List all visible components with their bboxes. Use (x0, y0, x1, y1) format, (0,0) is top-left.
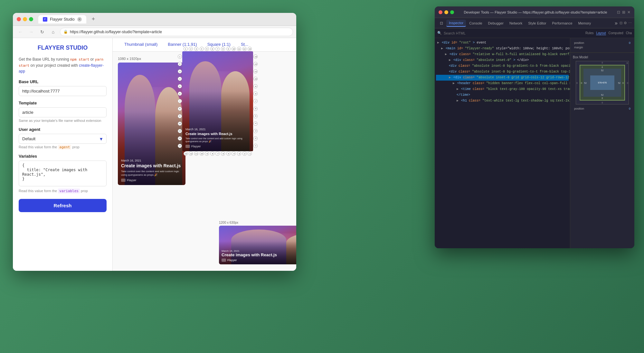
create-app-link[interactable]: create-flayyer-app (19, 63, 104, 74)
pos-value-below: position 0 (573, 106, 632, 111)
grid-rnum-5: -9 (253, 84, 258, 88)
html-class-attr-4: class= (463, 58, 475, 62)
secondary-tab-layout[interactable]: Layout (596, 31, 606, 35)
variables-textarea[interactable]: { title: "Create images with React.js", … (19, 161, 107, 186)
grid-rnum-2: -12 (253, 62, 258, 66)
devtools-tab-inspector[interactable]: Inspector (446, 20, 466, 27)
minimize-button[interactable] (23, 17, 27, 21)
grid-rnum-8: -6 (253, 107, 258, 111)
variables-prop-hint: variables (58, 189, 80, 193)
devtools-tab-memory[interactable]: Memory (576, 20, 594, 26)
devtools-tab-debugger[interactable]: Debugger (486, 20, 506, 26)
expand-icon-11: ▶ (457, 99, 459, 103)
tall-title: Create images with React.js (121, 163, 182, 169)
html-line-2[interactable]: ▶ <main id= "flayyer-ready" style="width… (436, 46, 569, 52)
home-button[interactable]: ⌂ (49, 28, 57, 36)
box-model-title: Box Model (573, 55, 632, 59)
html-line-5[interactable]: <div class= "absolute inset-0 bg-gradien… (436, 63, 569, 69)
html-line-7[interactable]: ▶ <div class= "absolute inset-0 grid gri… (436, 75, 569, 81)
grid-lnum-5: 5 (178, 84, 182, 88)
secondary-tab-rules[interactable]: Rules (585, 31, 594, 35)
devtools-tab-performance[interactable]: Performance (550, 20, 575, 26)
html-line-3[interactable]: ▶ <div class= "relative w-full h-full an… (436, 52, 569, 57)
grid-bnum-1: -13 (184, 152, 188, 156)
expand-icon-9: ▶ (457, 87, 459, 91)
grid-rnum-1: -13 (253, 54, 258, 59)
grid-num-9: 9 (226, 47, 231, 51)
grid-num-12: 12 (242, 47, 247, 51)
html-class-attr-5: class= (459, 64, 470, 68)
html-div-tag-6: <div (449, 70, 459, 74)
html-line-8[interactable]: ▶ <header class= "hidden banner:flex fle… (436, 81, 569, 86)
tab-close-icon[interactable]: ✕ (77, 17, 82, 22)
tab-favicon: F (43, 17, 47, 22)
html-line-4[interactable]: ▶ <div class= "absolute inset-0" > </div… (436, 57, 569, 63)
html-id-val: "flayyer-ready" (465, 47, 494, 50)
padding-52-t: 52 (601, 69, 604, 72)
devtools-icon-2[interactable]: ⊞ (622, 10, 625, 15)
forward-button[interactable]: → (27, 28, 35, 36)
devtools-minimize-button[interactable] (444, 10, 448, 14)
devtools-inspect-icon[interactable]: ⊡ (437, 20, 446, 27)
maximize-button[interactable] (29, 17, 33, 21)
grid-lnum-1: 1 (178, 54, 182, 59)
html-line-6[interactable]: <div class= "absolute inset-0 bg-gradien… (436, 69, 569, 75)
user-agent-select[interactable]: Default (19, 134, 107, 144)
pos-label-below: position (574, 107, 584, 110)
grid-num-13: 13 (248, 47, 252, 51)
grid-rnum-6: -8 (253, 92, 258, 96)
devtools-maximize-button[interactable] (450, 10, 454, 14)
refresh-button[interactable]: ↻ (38, 28, 46, 36)
html-class-val-6: "absolute inset-0 bg-gradient-to-t from-… (472, 70, 570, 74)
grid-frame: 1 2 3 4 5 6 7 8 9 10 11 12 13 (182, 51, 253, 151)
base-url-input[interactable] (19, 86, 107, 96)
address-bar[interactable]: 🔒 https://flayyer.github.io/flayyer-stud… (60, 28, 293, 36)
html-line-10[interactable]: </time> (436, 92, 569, 98)
devtools-tab-console[interactable]: Console (467, 20, 485, 26)
devtools-icon-3[interactable]: ✕ (627, 10, 630, 15)
devtools-tab-style-editor[interactable]: Style Editor (526, 20, 549, 26)
secondary-tab-cha[interactable]: Cha (626, 31, 632, 35)
banner-brand: Flayyer (222, 259, 296, 262)
html-line-9[interactable]: ▶ <time class= "block text-gray-100 opac… (436, 86, 569, 92)
debugger-label: Debugger (488, 21, 504, 25)
secondary-tab-computed[interactable]: Computed (609, 31, 623, 35)
devtools-close-button[interactable] (439, 10, 442, 14)
devtools-new-window-icon[interactable]: ⊡ (620, 21, 622, 25)
devtools-kebab-icon[interactable]: ⋯ (628, 21, 632, 25)
html-line-1[interactable]: ▶ <div id= "root" > event (436, 40, 569, 46)
html-line-11[interactable]: ▶ <h1 class= "text-white text-lg text-sh… (436, 98, 569, 104)
back-button[interactable]: ← (16, 28, 24, 36)
pos-value-row: position 0 (573, 106, 632, 111)
tab-thumbnail[interactable]: Thumbnail (small) (119, 39, 163, 51)
expand-icon: ▶ (437, 41, 439, 44)
html-tag-close: > (473, 41, 475, 44)
devtools-action-icons: ⊡ ⚙ ⋯ (620, 21, 632, 25)
template-input[interactable] (19, 107, 107, 117)
refresh-button-sidebar[interactable]: Refresh (19, 199, 107, 212)
grid-lnum-6: 6 (178, 92, 182, 96)
devtools-settings-icon[interactable]: ⚙ (624, 21, 627, 25)
grid-num-11: 11 (237, 47, 241, 51)
devtools-more-button[interactable]: » (615, 20, 618, 26)
grid-num-6: 6 (210, 47, 214, 51)
html-class-attr-9: class= (473, 87, 484, 91)
grid-lnum-8: 8 (178, 107, 182, 111)
grid-title: Create images with React.js (185, 132, 250, 136)
grid-num-3: 3 (194, 47, 198, 51)
new-tab-button[interactable]: + (89, 15, 98, 24)
html-header-tag: <header (457, 82, 473, 85)
close-button[interactable] (17, 17, 21, 21)
devtools-tab-network[interactable]: Network (507, 20, 525, 26)
grid-lnum-2: 2 (178, 62, 182, 66)
border-0-l: 0 (581, 82, 582, 84)
search-html-input[interactable] (444, 31, 583, 35)
browser-tab[interactable]: F Flayyer Studio ✕ (38, 15, 86, 24)
banner-brand-text: Flayyer (227, 259, 237, 262)
devtools-icon-1[interactable]: ⊡ (617, 10, 620, 15)
tab-title: Flayyer Studio (50, 17, 75, 22)
html-attr-val: "root" (459, 41, 471, 44)
margin-label: margin (574, 46, 583, 49)
html-div-tag-5: <div (449, 64, 459, 68)
browser-content: FLAYYER STUDIO Get the Base URL by runni… (13, 38, 296, 271)
